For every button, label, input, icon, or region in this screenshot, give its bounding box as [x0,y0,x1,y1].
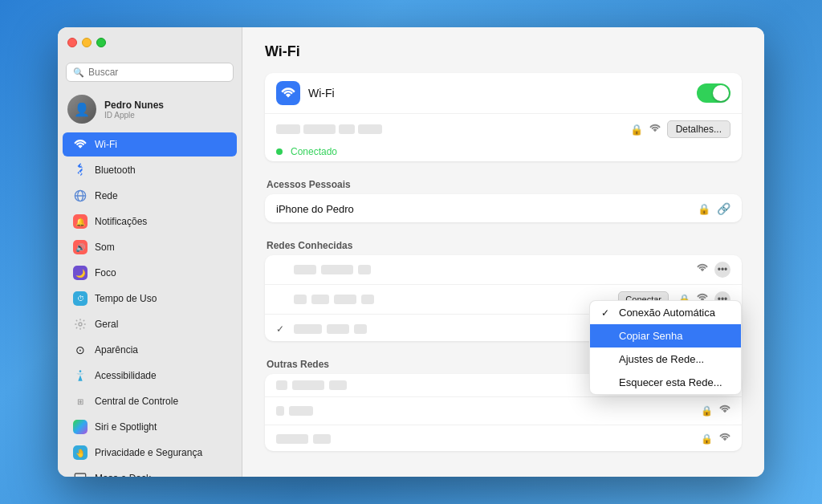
sidebar-item-siri-spotlight[interactable]: Siri e Spotlight [63,415,237,439]
sidebar-item-geral[interactable]: Geral [63,312,237,336]
on-blurred-1a [276,380,287,390]
kn-blurred-2a [294,295,307,304]
on-blurred-1c [329,380,347,390]
network-name-blurred-3 [339,124,355,134]
sidebar: 🔍 👤 Pedro Nunes ID Apple Wi-Fi Blueto [58,27,242,477]
user-section[interactable]: 👤 Pedro Nunes ID Apple [58,90,242,132]
kn-blurred-2b [311,295,329,304]
personal-access-card: iPhone do Pedro 🔒 🔗 [265,194,742,222]
kn-blurred-3b [327,324,349,334]
wifi-toggle-row: Wi-Fi [265,73,742,114]
connected-label: Conectado [291,146,337,157]
sidebar-item-notificacoes[interactable]: 🔔 Notificações [63,209,237,234]
kn-blurred-2d [361,295,374,304]
network-name-blurred-1 [276,124,300,134]
wifi-toggle[interactable] [697,83,730,103]
sidebar-label-bluetooth: Bluetooth [95,165,136,176]
network-wifi-icon [649,123,661,136]
sidebar-item-rede[interactable]: Rede [63,184,237,208]
on-blurred-1b [292,380,324,390]
maximize-button[interactable] [96,38,106,47]
known-networks-title: Redes Conhecidas [267,240,742,251]
sidebar-item-aparencia[interactable]: ⊙ Aparência [63,338,237,362]
sidebar-item-central-de-controle[interactable]: ⊞ Central de Controle [63,389,237,413]
context-label-4: Esquecer esta Rede... [619,376,722,388]
sidebar-item-privacidade-seguranca[interactable]: 🤚 Privacidade e Segurança [63,441,237,465]
sidebar-item-bluetooth[interactable]: Bluetooth [63,158,237,182]
network-lock-icon: 🔒 [630,124,643,136]
notifications-icon: 🔔 [73,214,87,229]
sidebar-label-aparencia: Aparência [95,344,138,356]
kn-wifi-icon-1 [697,262,708,277]
sidebar-item-acessibilidade[interactable]: Acessibilidade [63,364,237,388]
on-lock-3: 🔒 [701,433,713,445]
context-item-copiar-senha[interactable]: Copiar Senha [590,324,741,348]
svg-rect-5 [75,474,85,477]
connected-dot [276,148,283,155]
search-bar[interactable]: 🔍 [66,63,234,82]
sidebar-label-som: Som [95,242,115,253]
personal-lock-icon: 🔒 [698,203,710,215]
control-center-icon: ⊞ [72,393,88,409]
sidebar-item-som[interactable]: 🔊 Som [63,235,237,259]
sidebar-label-siri: Siri e Spotlight [95,421,157,433]
on-blurred-3a [276,434,308,444]
titlebar [58,27,242,58]
context-item-conexao-automatica[interactable]: ✓ Conexão Automática [590,301,741,324]
accessibility-icon [74,369,87,382]
personal-access-title: Acessos Pessoais [267,179,742,190]
gear-icon [74,318,87,331]
sidebar-label-rede: Rede [95,190,118,201]
context-item-ajustes-de-rede[interactable]: Ajustes de Rede... [590,348,741,371]
sidebar-item-foco[interactable]: 🌙 Foco [63,261,237,285]
search-input[interactable] [88,67,226,78]
sidebar-label-privacidade: Privacidade e Segurança [95,447,202,458]
context-label-2: Copiar Senha [619,330,683,342]
on-blurred-2a [276,406,284,416]
sound-icon: 🔊 [73,240,87,254]
wifi-toggle-card: Wi-Fi 🔒 Detalhes... [265,73,742,161]
focus-icon: 🌙 [73,266,87,280]
appearance-icon: ⊙ [72,342,88,358]
kn-blurred-1a [294,265,316,274]
wifi-icon [72,136,88,152]
network-name-blurred-2 [303,124,336,134]
user-name: Pedro Nunes [104,100,164,111]
wifi-toggle-label: Wi-Fi [308,87,689,100]
search-icon: 🔍 [73,67,84,78]
known-network-row-1: ••• [265,255,742,285]
sidebar-label-wifi: Wi-Fi [95,139,117,150]
sidebar-item-wifi[interactable]: Wi-Fi [63,132,237,156]
minimize-button[interactable] [82,38,92,47]
kn-blurred-2c [334,295,356,304]
sidebar-label-tempo: Tempo de Uso [95,293,157,304]
context-check-1: ✓ [601,307,612,319]
sidebar-label-foco: Foco [95,267,116,278]
sidebar-label-mesa: Mesa e Dock [95,473,151,477]
network-icon [72,188,88,204]
network-name-blurred-4 [358,124,382,134]
settings-window: 🔍 👤 Pedro Nunes ID Apple Wi-Fi Blueto [58,27,764,477]
personal-access-row: iPhone do Pedro 🔒 🔗 [265,194,742,222]
svg-point-4 [79,370,82,372]
desk-icon [74,472,87,477]
context-item-esquecer-rede[interactable]: Esquecer esta Rede... [590,371,741,394]
svg-point-3 [79,323,82,326]
on-lock-2: 🔒 [701,405,713,417]
page-title: Wi-Fi [265,43,742,60]
connected-status-row: Conectado [265,146,742,161]
sidebar-item-tempo-de-uso[interactable]: ⏱ Tempo de Uso [63,287,237,311]
more-button-1[interactable]: ••• [714,262,730,278]
checkmark-3: ✓ [276,323,287,335]
on-wifi-2 [719,404,730,418]
sidebar-item-mesa-e-dock[interactable]: Mesa e Dock [63,466,237,477]
sidebar-label-central: Central de Controle [95,396,178,407]
bluetooth-icon [72,162,88,178]
context-menu: ✓ Conexão Automática Copiar Senha Ajuste… [589,300,742,395]
details-button[interactable]: Detalhes... [667,120,730,138]
sidebar-label-geral: Geral [95,319,118,330]
close-button[interactable] [67,38,77,47]
context-label-3: Ajustes de Rede... [619,353,704,365]
kn-blurred-3a [294,324,322,334]
user-subtitle: ID Apple [104,111,164,120]
